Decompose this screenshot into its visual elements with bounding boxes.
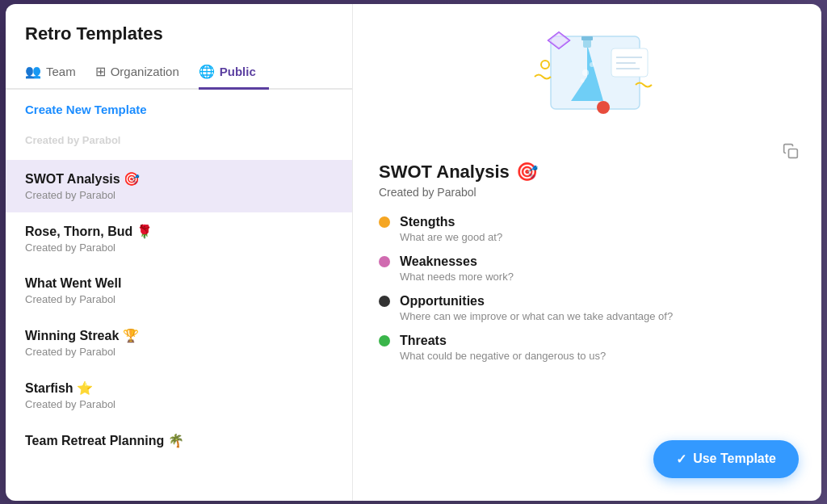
modal-title: Retro Templates	[25, 23, 333, 44]
detail-title: SWOT Analysis 🎯	[379, 162, 796, 183]
category-opportunities: Opportunities Where can we improve or wh…	[379, 294, 796, 322]
opportunities-dot	[379, 296, 390, 307]
create-new-template-link[interactable]: Create New Template	[6, 90, 352, 123]
swot-author: Created by Parabol	[25, 189, 333, 201]
svg-rect-16	[789, 149, 798, 158]
starfish-name: Starfish ⭐	[25, 380, 333, 396]
template-item-swot[interactable]: SWOT Analysis 🎯 Created by Parabol	[6, 160, 352, 212]
template-item-team-retreat[interactable]: Team Retreat Planning 🌴	[6, 422, 352, 462]
retro-templates-modal: Retro Templates 👥 Team ⊞ Organization	[6, 4, 821, 501]
winning-name: Winning Streak 🏆	[25, 328, 333, 343]
svg-point-10	[541, 61, 549, 69]
category-strengths-header: Stengths	[379, 215, 796, 229]
use-template-check: ✓	[676, 452, 686, 467]
detail-author: Created by Parabol	[379, 186, 796, 199]
right-panel: SWOT Analysis 🎯 Created by Parabol Steng…	[353, 4, 821, 501]
tab-team[interactable]: 👥 Team	[25, 57, 89, 90]
weaknesses-dot	[379, 256, 390, 267]
template-item-starfish[interactable]: Starfish ⭐ Created by Parabol	[6, 369, 352, 422]
tabs-container: 👥 Team ⊞ Organization 🌐 Public	[6, 57, 352, 90]
went-well-author: Created by Parabol	[25, 293, 333, 305]
category-weaknesses: Weaknesses What needs more work?	[379, 254, 796, 283]
template-item-rose[interactable]: Rose, Thorn, Bud 🌹 Created by Parabol	[6, 212, 352, 265]
swot-name: SWOT Analysis 🎯	[25, 171, 333, 187]
tab-public[interactable]: 🌐 Public	[199, 57, 269, 90]
strengths-name: Stengths	[400, 215, 455, 229]
template-item-winning[interactable]: Winning Streak 🏆 Created by Parabol	[6, 317, 352, 369]
detail-title-text: SWOT Analysis	[379, 162, 510, 183]
public-icon: 🌐	[199, 64, 215, 79]
winning-author: Created by Parabol	[25, 346, 333, 358]
weaknesses-name: Weaknesses	[400, 254, 477, 269]
tab-organization-label: Organization	[111, 65, 179, 78]
svg-point-4	[582, 69, 589, 76]
use-template-label: Use Template	[693, 452, 776, 466]
category-threats: Threats What could be negative or danger…	[379, 334, 796, 362]
template-item-faded[interactable]: Created by Parabol	[6, 123, 352, 160]
modal-backdrop: Retro Templates 👥 Team ⊞ Organization	[0, 0, 827, 504]
illustration-area	[353, 4, 821, 145]
template-item-went-well[interactable]: What Went Well Created by Parabol	[6, 265, 352, 317]
left-panel: Retro Templates 👥 Team ⊞ Organization	[6, 4, 353, 501]
went-well-name: What Went Well	[25, 276, 333, 291]
detail-title-emoji: 🎯	[516, 162, 538, 183]
tab-organization[interactable]: ⊞ Organization	[95, 57, 192, 90]
swot-illustration	[514, 20, 660, 137]
category-list: Stengths What are we good at? Weaknesses…	[379, 215, 796, 362]
threats-dot	[379, 335, 390, 346]
rose-author: Created by Parabol	[25, 242, 333, 254]
category-weaknesses-header: Weaknesses	[379, 254, 796, 269]
svg-rect-3	[581, 36, 593, 40]
faded-template-name: Created by Parabol	[25, 134, 333, 146]
team-retreat-name: Team Retreat Planning 🌴	[25, 433, 333, 448]
svg-point-6	[581, 78, 585, 82]
team-icon: 👥	[25, 64, 41, 79]
threats-name: Threats	[400, 334, 447, 348]
use-template-button[interactable]: ✓ Use Template	[653, 440, 799, 478]
copy-icon[interactable]	[783, 143, 799, 163]
starfish-author: Created by Parabol	[25, 398, 333, 410]
category-opportunities-header: Opportunities	[379, 294, 796, 309]
svg-point-5	[590, 62, 594, 67]
category-threats-header: Threats	[379, 334, 796, 348]
left-header: Retro Templates 👥 Team ⊞ Organization	[6, 4, 352, 90]
tab-team-label: Team	[46, 65, 76, 78]
weaknesses-desc: What needs more work?	[379, 271, 796, 283]
opportunities-desc: Where can we improve or what can we take…	[379, 310, 796, 322]
opportunities-name: Opportunities	[400, 294, 485, 309]
threats-desc: What could be negative or dangerous to u…	[379, 350, 796, 362]
tab-public-label: Public	[220, 65, 256, 78]
rose-name: Rose, Thorn, Bud 🌹	[25, 224, 333, 239]
organization-icon: ⊞	[95, 64, 106, 79]
svg-point-7	[597, 101, 610, 114]
template-list: Created by Parabol SWOT Analysis 🎯 Creat…	[6, 123, 352, 501]
category-strengths: Stengths What are we good at?	[379, 215, 796, 243]
modal-body: Retro Templates 👥 Team ⊞ Organization	[6, 4, 821, 501]
strengths-desc: What are we good at?	[379, 231, 796, 243]
strengths-dot	[379, 216, 390, 228]
